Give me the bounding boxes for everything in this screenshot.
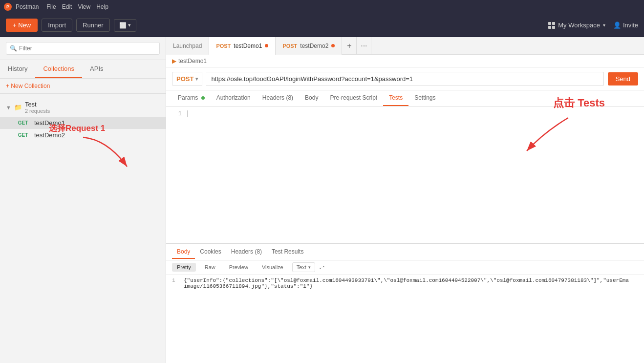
tab-testdemo1[interactable]: POST testDemo1 [209,37,276,55]
resp-line-2: image/11605366711894.jpg"},"status":"1"} [172,283,638,289]
text-label: Text [297,264,306,270]
sidebar: 🔍 History Collections APIs + New Collect… [0,37,166,363]
invite-label: Invite [623,21,638,29]
launchpad-label: Launchpad [173,43,202,49]
request-tabs: Params Authorization Headers (8) Body Pr… [166,90,644,107]
post-method-label-2: POST [282,43,297,49]
params-label: Params [178,94,198,101]
request-item-testdemo1[interactable]: GET testDemo1 [0,117,166,129]
req-tab-params[interactable]: Params [172,90,211,106]
tab-history[interactable]: History [0,60,35,78]
post-method-label: POST [216,43,231,49]
menu-edit[interactable]: Edit [62,3,72,10]
collection-test[interactable]: ▼ 📁 Test 2 requests [0,98,166,117]
resp-tab-body[interactable]: Body [172,245,195,259]
pretty-button[interactable]: Pretty [172,263,196,272]
resp-text-1: {"userInfo":{"collections":"[\"osl@foxma… [184,278,629,283]
title-bar: P Postman File Edit View Help [0,0,644,14]
app-logo: P [4,3,12,11]
response-content: 1 {"userInfo":{"collections":"[\"osl@fox… [166,275,644,307]
preview-button[interactable]: Preview [224,263,253,272]
nav-right: My Workspace ▾ 👤 Invite [548,21,638,29]
raw-button[interactable]: Raw [200,263,220,272]
collection-name: Test [25,101,50,108]
tab-testdemo2[interactable]: POST testDemo2 [276,37,342,55]
new-button[interactable]: + New [6,19,38,32]
line-numbers: 1 [172,110,182,117]
send-button[interactable]: Send [608,72,638,85]
request-bar: POST ▾ Send [166,68,644,90]
resp-tab-test-results[interactable]: Test Results [267,245,308,259]
visualize-button[interactable]: Visualize [257,263,288,272]
workspace-chevron: ▾ [603,22,605,28]
tab-launchpad[interactable]: Launchpad [166,37,209,55]
cursor-line [188,110,188,117]
method-select[interactable]: POST ▾ [172,72,202,86]
collection-folder-icon: 📁 [14,104,22,111]
params-dot [201,96,205,100]
main-layout: 🔍 History Collections APIs + New Collect… [0,37,644,363]
editor-inner: 1 [172,110,638,117]
request-name-1: testDemo1 [34,119,65,127]
request-item-testdemo2[interactable]: GET testDemo2 [0,129,166,141]
resp-text-2: image/11605366711894.jpg"},"status":"1"} [184,283,313,289]
top-nav: + New Import Runner ⬜ ▾ My Workspace ▾ 👤… [0,14,644,37]
workspace-icon [548,22,555,29]
path-name: testDemo1 [178,58,207,64]
filter-input[interactable] [6,42,160,55]
tabs-bar: Launchpad POST testDemo1 POST testDemo2 … [166,37,644,55]
menu-view[interactable]: View [78,3,90,10]
response-tabs: Body Cookies Headers (8) Test Results [166,244,644,260]
method-label: POST [176,75,193,83]
wrap-icon[interactable]: ⇌ [319,263,325,271]
req-tab-tests[interactable]: Tests [383,90,408,106]
response-toolbar: Pretty Raw Preview Visualize Text ▾ ⇌ [166,260,644,275]
collection-tree: ▼ 📁 Test 2 requests GET testDemo1 GET te… [0,94,166,363]
workspace-selector[interactable]: My Workspace ▾ [548,21,605,29]
method-badge-get: GET [16,120,30,126]
search-icon: 🔍 [10,45,17,52]
invite-button[interactable]: 👤 Invite [613,21,638,29]
tab-dot-1 [265,44,268,47]
req-tab-settings[interactable]: Settings [408,90,441,106]
menu-help[interactable]: Help [96,3,108,10]
tab-collections[interactable]: Collections [35,60,82,78]
resp-line-1: 1 {"userInfo":{"collections":"[\"osl@fox… [172,278,638,283]
method-chevron: ▾ [195,76,198,82]
resp-linenum-2 [172,283,180,289]
response-area: Body Cookies Headers (8) Test Results Pr… [166,243,644,307]
req-tab-prerequest[interactable]: Pre-request Script [324,90,383,106]
tab-testdemo2-label: testDemo2 [300,43,328,49]
tab-apis[interactable]: APIs [82,60,111,78]
editor-content[interactable] [188,110,188,117]
new-collection-button[interactable]: + New Collection [0,79,166,94]
menu-file[interactable]: File [46,3,56,10]
content-area: Launchpad POST testDemo1 POST testDemo2 … [166,37,644,363]
line-num-1: 1 [172,110,182,117]
layout-switcher[interactable]: ⬜ ▾ [114,19,136,32]
editor-area[interactable]: 1 [166,107,644,243]
collection-path: ▶ testDemo1 [166,55,644,68]
runner-button[interactable]: Runner [76,19,110,32]
req-tab-headers[interactable]: Headers (8) [257,90,299,106]
more-tabs-button[interactable]: ··· [357,37,371,55]
tab-testdemo1-label: testDemo1 [234,43,262,49]
resp-tab-cookies[interactable]: Cookies [195,245,226,259]
chevron-icon: ▼ [6,105,11,110]
request-name-2: testDemo2 [34,131,65,139]
text-cursor [188,110,188,117]
resp-tab-headers[interactable]: Headers (8) [226,245,267,259]
text-dropdown-chevron: ▾ [308,265,311,270]
import-button[interactable]: Import [42,19,72,32]
req-tab-authorization[interactable]: Authorization [211,90,257,106]
invite-icon: 👤 [613,21,621,29]
add-tab-button[interactable]: + [342,37,357,55]
path-chevron: ▶ [172,58,176,64]
resp-linenum-1: 1 [172,278,180,283]
menu-bar: File Edit View Help [46,3,108,10]
req-tab-body[interactable]: Body [299,90,324,106]
sidebar-tabs: History Collections APIs [0,60,166,79]
app-name: Postman [16,3,39,10]
text-dropdown[interactable]: Text ▾ [292,262,315,272]
url-input[interactable] [206,72,603,86]
